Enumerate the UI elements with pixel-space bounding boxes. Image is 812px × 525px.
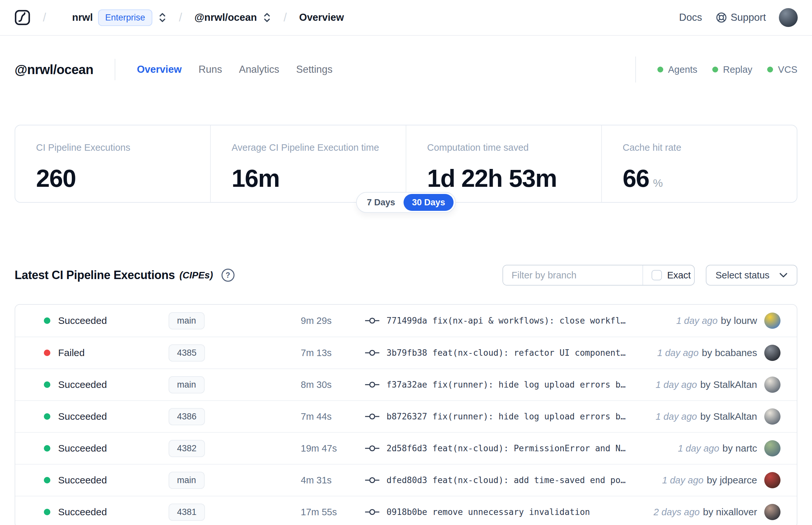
branch-filter-input[interactable] — [503, 266, 642, 285]
git-commit-icon — [365, 349, 379, 357]
stat-label: CI Pipeline Executions — [36, 142, 197, 153]
git-commit-icon — [365, 444, 379, 452]
tab-runs[interactable]: Runs — [198, 64, 222, 75]
status-label: Succeeded — [58, 475, 169, 486]
exact-label[interactable]: Exact — [667, 270, 691, 281]
status-label: Failed — [58, 347, 169, 358]
period-7-days-button[interactable]: 7 Days — [358, 194, 403, 211]
branch-badge[interactable]: main — [169, 376, 205, 393]
avatar — [764, 440, 781, 456]
time-ago: 1 day ago — [678, 443, 719, 454]
filters: Exact Select status — [503, 265, 797, 286]
table-row[interactable]: Succeeded main 8m 30s f37a32ae fix(runne… — [15, 369, 797, 400]
breadcrumb-workspace[interactable]: @nrwl/ocean — [195, 12, 257, 24]
status-dot — [44, 349, 50, 356]
status-dot — [44, 381, 50, 388]
duration: 4m 31s — [301, 475, 365, 486]
author: by jdpearce — [707, 475, 757, 486]
docs-link[interactable]: Docs — [679, 12, 702, 24]
org-selector-chevrons-icon[interactable] — [158, 12, 167, 23]
commit-hash: b8726327 — [386, 411, 427, 421]
workspace-tabs: Overview Runs Analytics Settings — [137, 64, 332, 75]
table-row[interactable]: Failed 4385 7m 13s 3b79fb38 feat(nx-clou… — [15, 336, 797, 369]
branch-badge[interactable]: 4386 — [169, 408, 205, 425]
time-ago: 1 day ago — [676, 315, 718, 326]
time-ago: 1 day ago — [657, 348, 698, 358]
time-ago: 1 day ago — [656, 411, 697, 422]
status-dot — [44, 477, 50, 483]
branch-filter-group: Exact — [503, 265, 695, 286]
commit-message: feat(nx-cloud): PermissionError and N… — [432, 444, 626, 453]
workspace-selector-chevrons-icon[interactable] — [263, 12, 271, 23]
branch-badge[interactable]: main — [169, 312, 205, 329]
table-row[interactable]: Succeeded 4381 17m 55s 0918b0be remove u… — [15, 496, 797, 525]
stat-label: Average CI Pipeline Execution time — [232, 142, 393, 153]
git-commit-icon — [365, 476, 379, 484]
breadcrumb-separator: / — [284, 11, 287, 24]
branch-badge[interactable]: 4382 — [169, 440, 205, 457]
table-row[interactable]: Succeeded 4386 7m 44s b8726327 fix(runne… — [15, 400, 797, 432]
stat-value: 1d 22h 53m — [427, 164, 557, 192]
status-dot — [44, 509, 50, 515]
nx-cloud-logo[interactable] — [14, 10, 31, 26]
avatar — [764, 345, 781, 361]
commit-hash: 2d58f6d3 — [386, 444, 427, 453]
service-statuses: Agents Replay VCS — [635, 57, 797, 82]
help-icon[interactable]: ? — [221, 269, 234, 282]
section-title-suffix: (CIPEs) — [179, 270, 213, 281]
git-commit-icon — [365, 380, 379, 389]
period-toggle: 7 Days 30 Days — [356, 192, 456, 213]
avatar — [764, 376, 781, 393]
breadcrumb-org[interactable]: nrwl — [72, 12, 93, 24]
status-label: Succeeded — [58, 507, 169, 518]
status-dot-green — [712, 66, 718, 73]
service-vcs[interactable]: VCS — [767, 64, 797, 75]
git-commit-icon — [365, 508, 379, 516]
commit-message: fix(nx-api & workflows): close workfl… — [432, 316, 626, 326]
status-dot — [44, 413, 50, 420]
breadcrumb-page: Overview — [299, 12, 344, 24]
stat-unit: % — [653, 177, 663, 190]
exact-checkbox[interactable] — [652, 270, 662, 280]
page-header: @nrwl/ocean Overview Runs Analytics Sett… — [15, 57, 797, 82]
commit-hash: 3b79fb38 — [386, 348, 427, 358]
tab-analytics[interactable]: Analytics — [239, 64, 279, 75]
tab-settings[interactable]: Settings — [296, 64, 333, 75]
cipes-table: Succeeded main 9m 29s 771499da fix(nx-ap… — [15, 304, 797, 525]
table-row[interactable]: Succeeded main 9m 29s 771499da fix(nx-ap… — [15, 305, 797, 336]
status-label: Succeeded — [58, 443, 169, 454]
status-select-dropdown[interactable]: Select status — [706, 265, 797, 286]
commit-message: fix(runner): hide log upload errors b… — [432, 380, 626, 390]
service-replay[interactable]: Replay — [712, 64, 752, 75]
status-dot — [44, 445, 50, 452]
support-link[interactable]: Support — [716, 12, 766, 24]
status-dot-green — [767, 66, 773, 73]
stat-label: Cache hit rate — [623, 142, 784, 153]
branch-badge[interactable]: main — [169, 472, 205, 489]
chevron-down-icon — [779, 273, 788, 278]
table-row[interactable]: Succeeded main 4m 31s dfed80d3 feat(nx-c… — [15, 464, 797, 496]
user-avatar[interactable] — [779, 8, 798, 27]
branch-badge[interactable]: 4385 — [169, 344, 205, 362]
duration: 7m 44s — [301, 411, 365, 422]
stats-section: CI Pipeline Executions 260 Average CI Pi… — [15, 125, 797, 203]
tab-overview[interactable]: Overview — [137, 64, 182, 75]
avatar — [764, 313, 781, 329]
service-agents[interactable]: Agents — [657, 64, 698, 75]
branch-badge[interactable]: 4381 — [169, 504, 205, 521]
duration: 17m 55s — [301, 507, 365, 518]
time-ago: 1 day ago — [656, 379, 697, 390]
period-30-days-button[interactable]: 30 Days — [403, 194, 454, 211]
table-row[interactable]: Succeeded 4382 19m 47s 2d58f6d3 feat(nx-… — [15, 432, 797, 464]
status-label: Succeeded — [58, 379, 169, 390]
duration: 7m 13s — [301, 348, 365, 358]
avatar — [764, 408, 781, 425]
git-commit-icon — [365, 316, 379, 325]
commit-hash: 0918b0be — [386, 507, 427, 517]
divider — [114, 59, 115, 80]
author: by StalkAltan — [700, 411, 757, 422]
author: by bcabanes — [702, 347, 757, 358]
stat-card-ci-pipeline-executions: CI Pipeline Executions 260 — [15, 125, 210, 202]
status-dot — [44, 317, 50, 324]
time-ago: 1 day ago — [662, 475, 704, 486]
